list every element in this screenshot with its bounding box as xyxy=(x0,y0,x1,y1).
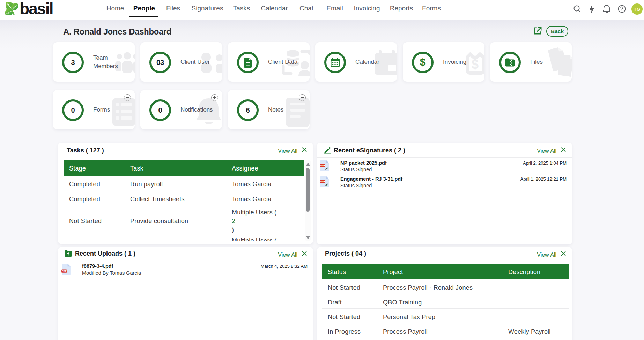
svg-text:PDF: PDF xyxy=(320,180,325,183)
svg-text:PDF: PDF xyxy=(320,164,325,167)
svg-text:$: $ xyxy=(472,57,479,71)
svg-text:PDF: PDF xyxy=(62,270,66,272)
svg-text:$: $ xyxy=(420,56,426,68)
